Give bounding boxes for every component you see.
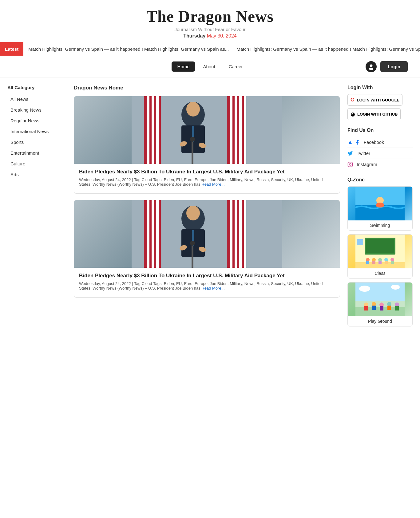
section-title: Dragon News Home <box>74 85 340 91</box>
svg-point-64 <box>359 286 370 292</box>
svg-point-0 <box>370 64 373 67</box>
ticker-content: Match Highlights: Germany vs Spain — as … <box>23 46 420 52</box>
svg-point-1 <box>369 68 373 70</box>
svg-rect-49 <box>357 239 363 245</box>
svg-point-70 <box>379 302 384 307</box>
svg-rect-37 <box>147 200 149 268</box>
main-content: Dragon News Home <box>69 85 345 330</box>
svg-rect-26 <box>239 200 242 268</box>
svg-rect-13 <box>192 139 193 164</box>
date-day: Thursday <box>183 33 205 38</box>
facebook-label: Facebook <box>364 140 384 145</box>
ticker-label: Latest <box>0 42 23 56</box>
article-card-1: Biden Pledges Nearly $3 Billion To Ukrai… <box>74 200 340 298</box>
github-login-button[interactable]: ◕ LOGIN WITH GITHUB <box>347 108 401 120</box>
sidebar-items: All NewsBreaking NewsRegular NewsInterna… <box>7 94 64 180</box>
articles-container: Biden Pledges Nearly $3 Billion To Ukrai… <box>74 96 340 298</box>
svg-rect-56 <box>378 261 382 264</box>
sidebar-item-breaking-news[interactable]: Breaking News <box>7 105 64 115</box>
svg-rect-18 <box>147 96 149 164</box>
ticker-text: Match Highlights: Germany vs Spain — as … <box>28 46 420 52</box>
login-widget: Login With G LOGIN WITH GOOGLE ◕ LOGIN W… <box>347 85 413 120</box>
svg-rect-75 <box>395 306 399 310</box>
svg-rect-6 <box>235 96 237 164</box>
svg-rect-58 <box>385 261 388 264</box>
instagram-label: Instagram <box>357 162 377 167</box>
instagram-link[interactable]: Instagram <box>347 159 413 170</box>
qzone-widget: Q-Zone Swimming <box>347 177 413 326</box>
svg-point-33 <box>190 241 195 246</box>
article-title-0[interactable]: Biden Pledges Nearly $3 Billion To Ukrai… <box>79 169 335 175</box>
playground-image <box>348 283 412 316</box>
read-more-0[interactable]: Read More... <box>201 182 224 187</box>
svg-rect-5 <box>230 96 232 164</box>
sidebar-item-regular-news[interactable]: Regular News <box>7 115 64 126</box>
svg-point-66 <box>364 302 368 307</box>
sidebar-item-international-news[interactable]: International News <box>7 126 64 137</box>
nav-right: Login <box>366 61 408 72</box>
sidebar-item-entertainment[interactable]: Entertainment <box>7 148 64 158</box>
svg-rect-52 <box>366 261 369 264</box>
google-login-button[interactable]: G LOGIN WITH GOOGLE <box>347 94 402 106</box>
svg-rect-67 <box>364 306 368 310</box>
article-image-1 <box>74 200 340 268</box>
svg-rect-25 <box>235 200 237 268</box>
nav-bar: Home About Career Login <box>0 56 420 77</box>
user-icon[interactable] <box>366 61 377 72</box>
svg-point-74 <box>395 302 399 307</box>
article-title-1[interactable]: Biden Pledges Nearly $3 Billion To Ukrai… <box>79 273 335 279</box>
svg-rect-71 <box>380 306 383 310</box>
svg-point-45 <box>376 203 384 208</box>
main-layout: All Category All NewsBreaking NewsRegula… <box>0 77 420 330</box>
read-more-1[interactable]: Read More... <box>201 286 224 291</box>
qzone-playground-card[interactable]: Play Ground <box>347 282 413 326</box>
article-image-0 <box>74 96 340 164</box>
login-widget-title: Login With <box>347 85 413 90</box>
qzone-swimming-card[interactable]: Swimming <box>347 186 413 231</box>
instagram-icon <box>347 161 354 168</box>
svg-rect-38 <box>152 200 154 268</box>
ticker-bar: Latest Match Highlights: Germany vs Spai… <box>0 42 420 56</box>
svg-rect-40 <box>348 162 353 167</box>
sidebar-item-all-news[interactable]: All News <box>7 94 64 105</box>
svg-point-14 <box>190 137 195 142</box>
svg-rect-8 <box>244 96 246 164</box>
sidebar-item-sports[interactable]: Sports <box>7 137 64 148</box>
facebook-link[interactable]: ▲ Facebook <box>347 137 413 148</box>
google-icon: G <box>351 97 354 103</box>
date-full: May 30, 2024 <box>207 33 237 38</box>
sidebar-item-arts[interactable]: Arts <box>7 169 64 180</box>
svg-point-10 <box>186 102 200 117</box>
github-icon: ◕ <box>351 111 355 117</box>
svg-rect-7 <box>239 96 242 164</box>
nav-home[interactable]: Home <box>172 61 195 72</box>
svg-point-65 <box>391 285 400 290</box>
nav-about[interactable]: About <box>197 61 220 72</box>
nav-links: Home About Career <box>172 61 248 72</box>
swimming-image <box>348 187 412 220</box>
svg-rect-39 <box>156 200 159 268</box>
qzone-class-card[interactable]: Class <box>347 234 413 279</box>
swimming-label: Swimming <box>348 220 412 230</box>
svg-rect-32 <box>192 243 193 268</box>
qzone-title: Q-Zone <box>347 177 413 183</box>
twitter-link[interactable]: Twitter <box>347 148 413 159</box>
playground-label: Play Ground <box>348 316 412 326</box>
svg-rect-24 <box>230 200 232 268</box>
login-button[interactable]: Login <box>380 61 408 72</box>
site-header: The Dragon News Journalism Without Fear … <box>0 0 420 42</box>
sidebar-item-culture[interactable]: Culture <box>7 158 64 169</box>
svg-rect-27 <box>244 200 246 268</box>
social-links-widget: Find Us On ▲ Facebook Twitter Instagram <box>347 128 413 170</box>
svg-rect-69 <box>372 306 376 310</box>
nav-career[interactable]: Career <box>223 61 248 72</box>
github-btn-label: LOGIN WITH GITHUB <box>357 112 398 117</box>
svg-point-72 <box>387 302 391 306</box>
svg-rect-19 <box>152 96 154 164</box>
svg-rect-54 <box>372 261 375 264</box>
class-image <box>348 235 412 268</box>
svg-rect-20 <box>156 96 159 164</box>
twitter-icon <box>347 150 354 156</box>
svg-point-29 <box>186 206 200 220</box>
article-body-1: Biden Pledges Nearly $3 Billion To Ukrai… <box>74 268 340 297</box>
